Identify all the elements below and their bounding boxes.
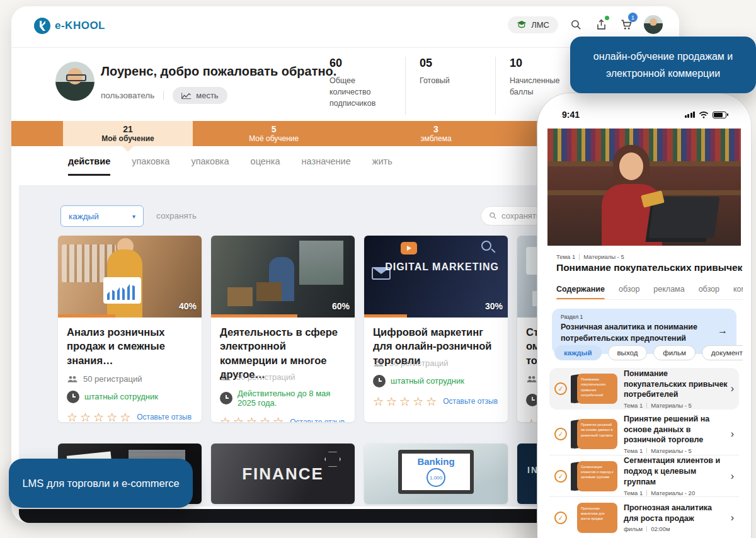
lesson-item[interactable]: ✓ Понимание покупательских привычек потр… (549, 368, 739, 409)
tab-overview-1[interactable]: обзор (619, 285, 639, 294)
tab-label: Моё обучение (101, 134, 154, 143)
progress-percent: 40% (179, 301, 197, 311)
star-icon[interactable]: ☆ (260, 416, 270, 422)
search-button[interactable] (568, 17, 583, 32)
chip-exit[interactable]: выход (608, 345, 648, 360)
tab-overview-2[interactable]: обзор (699, 285, 719, 294)
rating-row[interactable]: ☆☆☆☆☆ Оставьте отзыв (373, 396, 499, 408)
subtab-grade[interactable]: оценка (251, 156, 280, 176)
rank-button[interactable]: месть (173, 87, 227, 104)
subtab-packaging-2[interactable]: упаковка (191, 156, 229, 176)
play-icon (401, 242, 417, 255)
tab-comments[interactable]: комментарии (733, 285, 743, 294)
star-icon[interactable]: ☆ (526, 418, 537, 422)
share-button[interactable] (593, 17, 609, 32)
course-image: DIGITAL MARKETING 30% (364, 236, 508, 318)
header-avatar[interactable] (644, 15, 663, 34)
subtab-assignment[interactable]: назначение (302, 156, 351, 176)
wifi-icon (699, 111, 709, 118)
course-status: Действительно до 8 мая 2025 года. (238, 389, 346, 408)
lesson-thumbnail: Прогнозная аналитика для роста продаж (572, 503, 617, 533)
ekhool-logo-text: e-KHOOL (55, 20, 105, 32)
rating-row[interactable]: ☆☆☆☆☆ Оставьте отзыв (220, 416, 346, 422)
stat-label: Готовый (420, 75, 479, 86)
course-card[interactable]: FINANCE (211, 444, 355, 504)
lms-badge[interactable]: ЛМС (508, 16, 558, 33)
course-image: 40% (58, 236, 202, 318)
user-role-label: пользователь (101, 91, 164, 100)
subtab-live[interactable]: жить (372, 156, 392, 176)
lesson-list: ✓ Понимание покупательских привычек потр… (549, 368, 739, 538)
lesson-item-meta: Тема 1Материалы - 5 (624, 447, 728, 454)
chip-film[interactable]: фильм (653, 345, 696, 360)
tab-ads[interactable]: реклама (653, 285, 684, 294)
chevron-right-icon: › (731, 471, 734, 482)
tab-count: 21 (123, 124, 133, 134)
star-icon[interactable]: ☆ (273, 416, 284, 422)
star-icon[interactable]: ☆ (399, 396, 410, 408)
star-icon[interactable]: ☆ (373, 396, 384, 408)
lesson-video[interactable] (547, 129, 741, 246)
search-icon (489, 212, 497, 220)
course-card[interactable]: 60% Деятельность в сфере электронной ком… (211, 236, 355, 422)
chart-line-icon (181, 92, 192, 100)
arrow-right-icon[interactable]: → (718, 325, 728, 336)
lesson-item-title: Понимание покупательских привычек потреб… (624, 369, 728, 401)
progress-percent: 30% (485, 301, 503, 311)
course-card[interactable]: Banking 1,000 (364, 444, 508, 504)
section-title: Розничная аналитика и понимание потребит… (561, 322, 712, 344)
cart-count-badge: 1 (628, 13, 638, 22)
tab-my-learning-active[interactable]: 21 Моё обучение (63, 121, 193, 146)
lesson-item[interactable]: ✓ Сегментация клиентов и подход к целевы… (549, 455, 739, 496)
leave-review-link[interactable]: Оставьте отзыв (443, 397, 498, 406)
check-icon: ✓ (554, 382, 568, 396)
subtab-action[interactable]: действие (68, 156, 110, 176)
stat-value: 10 (510, 57, 579, 70)
tab-my-learning-2[interactable]: 5 Моё обучение (193, 121, 355, 146)
user-avatar (55, 62, 94, 101)
star-icon[interactable]: ☆ (67, 411, 77, 422)
star-icon[interactable]: ☆ (413, 396, 423, 408)
star-icon[interactable]: ☆ (233, 416, 244, 422)
registrations-count: 50 регистраций (83, 374, 142, 384)
cart-button[interactable]: 1 (619, 17, 634, 32)
callout-lms-commerce: LMS для торговли и e-commerce (9, 459, 193, 508)
star-icon[interactable]: ☆ (246, 416, 257, 422)
star-icon[interactable]: ☆ (426, 396, 437, 408)
star-icon[interactable]: ☆ (106, 411, 117, 422)
course-card[interactable]: 40% Анализ розничных продаж и смежные зн… (58, 236, 202, 422)
people-icon (373, 359, 384, 367)
course-filter-select[interactable]: каждый ▾ (60, 205, 144, 227)
clock-icon (526, 394, 539, 406)
tab-content[interactable]: Содержание (556, 285, 605, 294)
people-icon (67, 375, 78, 383)
ekhool-logo[interactable]: e-KHOOL (34, 18, 105, 34)
star-icon[interactable]: ☆ (386, 396, 397, 408)
star-icon[interactable]: ☆ (220, 416, 231, 422)
people-icon (220, 373, 231, 381)
rating-row[interactable]: ☆☆☆☆☆ Оставьте отзыв (67, 411, 193, 422)
lms-badge-label: ЛМС (531, 20, 549, 30)
progress-bar (211, 314, 297, 318)
clock-icon (67, 391, 79, 403)
course-card[interactable]: DIGITAL MARKETING 30% Цифровой маркетинг… (364, 236, 508, 422)
lesson-item[interactable]: ✓ Принятие решений на основе данных в ро… (549, 413, 739, 455)
star-icon[interactable]: ☆ (93, 411, 104, 422)
tab-badges[interactable]: 3 эмблема (355, 121, 517, 146)
leave-review-link[interactable]: Оставьте отзыв (137, 413, 192, 421)
leave-review-link[interactable]: Оставьте отзыв (290, 418, 345, 422)
subtab-packaging-1[interactable]: упаковка (132, 156, 169, 176)
screenshot-stage: e-KHOOL ЛМС 1 (0, 0, 756, 538)
star-icon[interactable]: ☆ (80, 411, 91, 422)
chip-document[interactable]: документ▾ (702, 345, 743, 360)
chip-every[interactable]: каждый (554, 345, 602, 360)
stat-ready: 05 Готовый (420, 57, 495, 115)
star-icon[interactable]: ☆ (120, 411, 130, 422)
tab-label: Моё обучение (249, 134, 299, 143)
lesson-item-meta: фильм02:00м (624, 525, 728, 532)
phone-screen: 9:41 Тема 1 Материалы - 5 (546, 101, 743, 538)
lesson-item-title: Прогнозная аналитика для роста продаж (624, 503, 728, 524)
coin-amount: 1,000 (427, 468, 445, 487)
search-icon (570, 19, 582, 31)
lesson-item[interactable]: ✓ Прогнозная аналитика для роста продаж … (549, 496, 739, 538)
